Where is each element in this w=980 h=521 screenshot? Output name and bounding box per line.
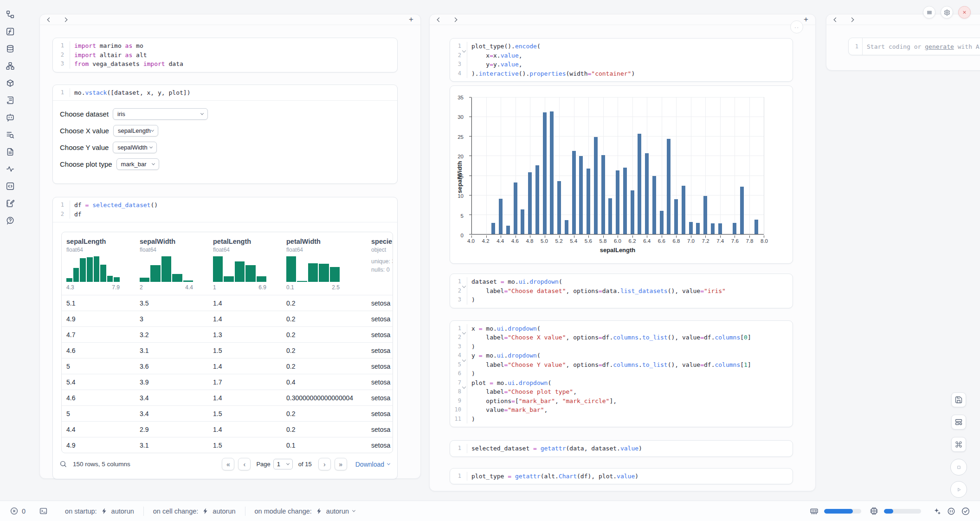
column-range: 24.4	[140, 284, 193, 291]
code-text: label="Choose X value", options=df.colum…	[467, 333, 751, 342]
terminal-icon	[39, 507, 47, 515]
y-tick-label: 0	[461, 233, 464, 238]
dropdown-select[interactable]: mark_bar	[116, 158, 159, 170]
table-row: 53.41.50.2setosa	[62, 405, 393, 421]
tracing-icon[interactable]	[6, 165, 14, 173]
layout-button[interactable]	[951, 415, 966, 430]
add-cell-button[interactable]: +	[407, 16, 415, 23]
settings-button[interactable]	[941, 6, 953, 19]
code-editor-imports[interactable]: 1import marimo as mo2import altair as al…	[53, 38, 397, 72]
y-tick-label: 30	[458, 114, 464, 120]
column-left-button[interactable]	[45, 16, 53, 23]
dependency-graph-icon[interactable]	[6, 62, 14, 70]
app-window: + 1import marimo as mo2import altair as …	[0, 0, 980, 521]
chart-plot-area[interactable]	[471, 97, 764, 235]
table-column-header[interactable]: speciesobjectunique: 3nulls: 0	[367, 232, 393, 295]
logs-icon[interactable]	[6, 96, 14, 104]
column-right-button[interactable]	[451, 16, 458, 23]
chart-bar	[674, 199, 678, 234]
save-button[interactable]	[951, 392, 966, 407]
column-name: sepalWidth	[140, 238, 208, 245]
table-column-header[interactable]: petalWidthfloat640.12.5	[282, 232, 367, 295]
code-text: value="mark_bar",	[467, 405, 548, 415]
code-editor-dataset[interactable]: 1dataset = mo.ui.dropdown(2 label="Choos…	[450, 274, 793, 308]
chart-actions-button[interactable]: ··	[790, 20, 803, 33]
hist-bar	[87, 257, 93, 282]
help-icon[interactable]	[6, 216, 14, 225]
code-editor-plottype[interactable]: 1plot_type = getattr(alt.Chart(df), plot…	[450, 469, 793, 484]
line-gutter: 1	[450, 472, 467, 481]
ai-sparkles-button[interactable]	[933, 507, 941, 515]
x-tick	[691, 235, 691, 238]
search-icon[interactable]	[59, 460, 67, 468]
datasources-icon[interactable]	[6, 45, 14, 53]
empty-cell[interactable]: 1 Start coding or generate with AI	[848, 38, 980, 55]
column-right-button[interactable]	[848, 16, 855, 23]
table-footer: 150 rows, 5 columns « ‹ Page 1 of 15 › »…	[53, 453, 397, 475]
find-replace-icon[interactable]	[6, 130, 14, 139]
table-cell: 1.4	[208, 363, 282, 370]
stop-all-button[interactable]	[950, 459, 967, 475]
page-select[interactable]: 1	[273, 459, 293, 469]
chart-bar	[557, 181, 561, 234]
error-count-badge[interactable]: 0	[10, 507, 26, 515]
column-right-button[interactable]	[61, 16, 69, 23]
code-editor-xyplot[interactable]: 1x = mo.ui.dropdown(2 label="Choose X va…	[450, 321, 793, 427]
dropdown-select[interactable]: sepalWidth	[113, 142, 157, 153]
packages-icon[interactable]	[6, 79, 14, 87]
line-number: 3	[450, 342, 461, 352]
chart-bar	[696, 223, 700, 234]
line-gutter: 2	[450, 333, 467, 342]
line-gutter: 9	[450, 397, 467, 406]
table-cell: 1.3	[208, 331, 282, 339]
variables-icon[interactable]	[6, 27, 14, 36]
column-left-button[interactable]	[832, 16, 839, 23]
chart-bar	[491, 223, 495, 234]
last-page-button[interactable]: »	[335, 458, 347, 470]
table-cell: 3.4	[135, 394, 208, 402]
generate-link[interactable]: generate	[925, 43, 954, 50]
table-cell: 4.6	[62, 347, 135, 354]
copilot-button[interactable]	[947, 507, 955, 515]
autorun-setting[interactable]: on startup:autorun	[65, 508, 134, 515]
select-value: sepalWidth	[117, 144, 147, 151]
autorun-setting[interactable]: on module change:autorun	[255, 508, 355, 515]
code-editor-selected[interactable]: 1selected_dataset = getattr(data, datase…	[450, 441, 793, 456]
table-column-header[interactable]: sepalLengthfloat644.37.9	[62, 232, 135, 295]
table-cell: setosa	[367, 442, 393, 449]
chart-bar	[682, 186, 685, 234]
menu-button[interactable]	[923, 6, 935, 19]
line-number: 1	[450, 324, 461, 333]
table-column-header[interactable]: sepalWidthfloat6424.4	[135, 232, 208, 295]
x-tick	[662, 235, 662, 238]
code-icon[interactable]	[6, 182, 14, 190]
terminal-button[interactable]	[39, 507, 47, 515]
code-editor-vstack[interactable]: 1mo.vstack([dataset, x, y, plot])	[53, 85, 397, 101]
next-page-button[interactable]: ›	[318, 458, 331, 470]
chat-icon[interactable]	[6, 113, 14, 122]
first-page-button[interactable]: «	[222, 458, 234, 470]
scratchpad-icon[interactable]	[6, 199, 14, 208]
file-explorer-icon[interactable]	[6, 10, 14, 19]
prev-page-button[interactable]: ‹	[238, 458, 251, 470]
connection-status-icon[interactable]	[961, 507, 970, 515]
add-cell-button[interactable]: +	[802, 16, 810, 23]
line-number: 6	[450, 369, 461, 378]
keyboard-shortcuts-button[interactable]	[951, 437, 966, 452]
dropdown-select[interactable]: sepalLength	[113, 125, 158, 137]
code-editor-plot[interactable]: 1plot_type().encode(2 x=x.value,3 y=y.va…	[450, 39, 793, 81]
range-max: 7.9	[112, 284, 120, 291]
code-editor-df[interactable]: 1df = selected_dataset()2df	[53, 197, 397, 222]
hist-bar	[213, 256, 223, 282]
dataset-dropdown-cell: 1dataset = mo.ui.dropdown(2 label="Choos…	[450, 274, 793, 308]
dropdown-select[interactable]: iris	[113, 108, 208, 120]
shutdown-button[interactable]	[958, 6, 971, 19]
select-value: mark_bar	[121, 161, 147, 168]
chart-output-cell: ·· sepalWidth 05101520253035 4.04.24.44.…	[450, 85, 793, 264]
run-all-button[interactable]	[950, 481, 967, 498]
autorun-setting[interactable]: on cell change:autorun	[153, 508, 236, 515]
table-column-header[interactable]: petalLengthfloat6416.9	[208, 232, 282, 295]
download-button[interactable]: Download	[355, 461, 390, 468]
column-left-button[interactable]	[435, 16, 443, 23]
snippets-icon[interactable]	[6, 148, 14, 156]
